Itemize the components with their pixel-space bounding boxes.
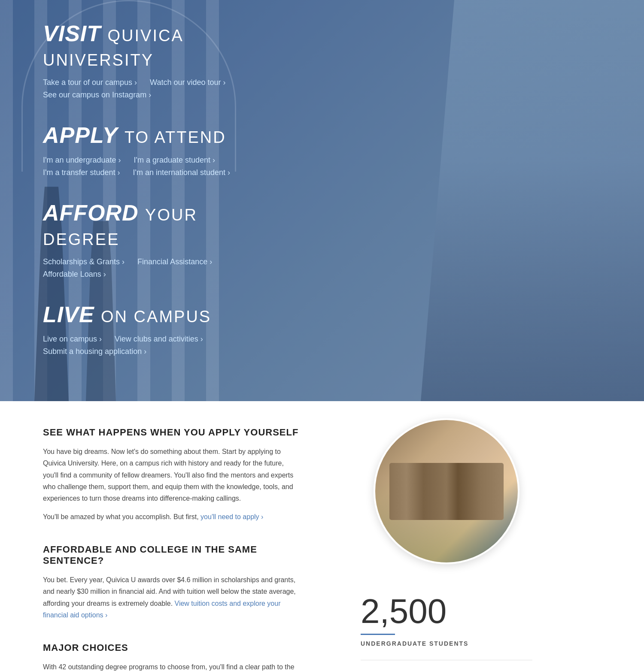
live-title-bold: LIVE: [43, 302, 94, 327]
live-title: LIVE ON CAMPUS: [43, 302, 258, 327]
afford-block: AFFORD YOUR DEGREE Scholarships & Grants…: [43, 201, 258, 279]
visit-links: Take a tour of our campus › Watch our vi…: [43, 78, 258, 100]
financial-link[interactable]: Financial Assistance ›: [137, 257, 212, 266]
left-column: SEE WHAT HAPPENS WHEN YOU APPLY YOURSELF…: [0, 401, 335, 671]
apply-title-bold: APPLY: [43, 123, 118, 148]
hero-section: VISIT QUIVICA UNIVERSITY Take a tour of …: [0, 0, 644, 401]
apply-yourself-para1: You have big dreams. Now let's do someth…: [43, 446, 301, 504]
international-link[interactable]: I'm an international student ›: [133, 168, 231, 177]
campus-circle-image: [374, 418, 519, 564]
visit-block: VISIT QUIVICA UNIVERSITY Take a tour of …: [43, 21, 258, 100]
apply-title: APPLY TO ATTEND: [43, 123, 258, 148]
apply-title-thin: TO ATTEND: [125, 128, 226, 146]
apply-block: APPLY TO ATTEND I'm an undergraduate › I…: [43, 123, 258, 177]
right-column: 2,500 UNDERGRADUATE STUDENTS 81% GRADUAT…: [335, 401, 558, 671]
live-campus-link[interactable]: Live on campus ›: [43, 335, 102, 344]
apply-yourself-para2-text: You'll be amazed by what you accomplish.…: [43, 513, 199, 520]
apply-links: I'm an undergraduate › I'm a graduate st…: [43, 156, 258, 177]
video-tour-link[interactable]: Watch our video tour ›: [150, 78, 225, 87]
major-para1: With 42 outstanding degree programs to c…: [43, 661, 301, 671]
stat-undergrad-label: UNDERGRADUATE STUDENTS: [361, 640, 532, 647]
afford-title: AFFORD YOUR DEGREE: [43, 201, 258, 250]
apply-yourself-para2: You'll be amazed by what you accomplish.…: [43, 511, 301, 523]
live-title-thin: ON CAMPUS: [101, 308, 211, 326]
visit-title: VISIT QUIVICA UNIVERSITY: [43, 21, 258, 70]
live-links: Live on campus › View clubs and activiti…: [43, 335, 258, 356]
hero-students-image: [421, 0, 644, 401]
live-block: LIVE ON CAMPUS Live on campus › View clu…: [43, 302, 258, 356]
stat-gradrate-block: 81% GRADUATION RATE: [361, 660, 532, 671]
hero-content: VISIT QUIVICA UNIVERSITY Take a tour of …: [0, 0, 301, 401]
visit-title-bold: VISIT: [43, 21, 101, 46]
scholarships-link[interactable]: Scholarships & Grants ›: [43, 257, 125, 266]
graduate-link[interactable]: I'm a graduate student ›: [134, 156, 216, 165]
apply-yourself-heading: SEE WHAT HAPPENS WHEN YOU APPLY YOURSELF: [43, 427, 301, 438]
housing-link[interactable]: Submit a housing application ›: [43, 347, 146, 356]
affordable-para1: You bet. Every year, Quivica U awards ov…: [43, 574, 301, 621]
stat-undergrad-number: 2,500: [361, 594, 532, 629]
afford-links: Scholarships & Grants › Financial Assist…: [43, 257, 258, 279]
main-content: SEE WHAT HAPPENS WHEN YOU APPLY YOURSELF…: [0, 401, 644, 671]
undergraduate-link[interactable]: I'm an undergraduate ›: [43, 156, 121, 165]
afford-title-bold: AFFORD: [43, 200, 139, 225]
major-para1-text: With 42 outstanding degree programs to c…: [43, 663, 295, 671]
apply-yourself-link[interactable]: you'll need to apply ›: [200, 513, 263, 520]
loans-link[interactable]: Affordable Loans ›: [43, 270, 106, 279]
campus-tour-link[interactable]: Take a tour of our campus ›: [43, 78, 137, 87]
affordable-heading: AFFORDABLE AND COLLEGE IN THE SAME SENTE…: [43, 544, 301, 566]
stat-undergrad-divider: [361, 634, 395, 635]
clubs-link[interactable]: View clubs and activities ›: [115, 335, 203, 344]
stat-undergrad-block: 2,500 UNDERGRADUATE STUDENTS: [361, 581, 532, 660]
instagram-tour-link[interactable]: See our campus on Instagram ›: [43, 91, 151, 100]
major-heading: MAJOR CHOICES: [43, 642, 301, 653]
transfer-link[interactable]: I'm a transfer student ›: [43, 168, 120, 177]
